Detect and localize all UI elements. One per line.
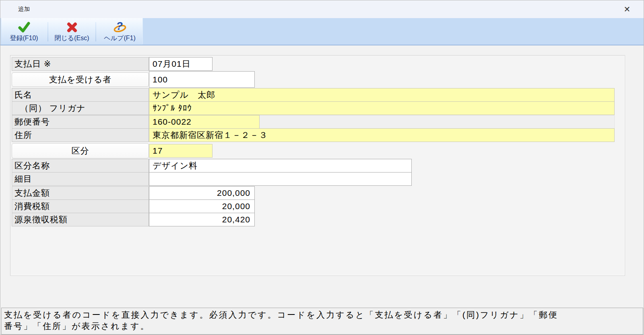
toolbar: 登録(F10) 閉じる(Esc) ? (0, 18, 644, 45)
form-row: 支払金額 200,000 (12, 186, 255, 200)
name-field[interactable]: サンプル 太郎 (149, 88, 615, 102)
address-label: 住所 (12, 128, 149, 142)
form-row: 氏名 サンプル 太郎 (12, 88, 615, 102)
address-field[interactable]: 東京都新宿区新宿１－２－３ (149, 128, 615, 142)
withholding-tax-label: 源泉徴収税額 (12, 213, 149, 226)
status-text-line-2: 番号」「住所」が表示されます。 (4, 321, 640, 332)
form-row: 細目 (12, 172, 412, 186)
register-button-label: 登録(F10) (10, 34, 38, 43)
form-row: 区分 17 (12, 143, 213, 158)
furigana-label: （同） フリガナ (12, 101, 149, 115)
red-x-icon (66, 21, 78, 33)
register-button[interactable]: 登録(F10) (1, 18, 47, 45)
postal-code-label: 郵便番号 (12, 115, 149, 129)
check-icon (18, 21, 31, 33)
category-name-label: 区分名称 (12, 159, 149, 173)
consumption-tax-label: 消費税額 (12, 199, 149, 213)
payment-amount-input[interactable]: 200,000 (149, 186, 255, 200)
name-label: 氏名 (12, 88, 149, 102)
help-button-label: ヘルプ(F1) (104, 34, 135, 43)
status-bar: 支払を受ける者のコードを直接入力できます。必須入力です。コードを入力すると「支払… (1, 308, 643, 335)
form-row: 区分名称 デザイン料 (12, 159, 412, 173)
form-row: 源泉徴収税額 20,420 (12, 213, 255, 226)
consumption-tax-input[interactable]: 20,000 (149, 199, 255, 213)
payment-date-label: 支払日 ※ (12, 57, 149, 71)
window-title: 追加 (18, 6, 30, 13)
postal-code-field[interactable]: 160-0022 (149, 115, 260, 129)
form-row: 郵便番号 160-0022 (12, 115, 615, 129)
add-dialog-window: 追加 ✕ 登録(F10) 閉じる(Esc) (0, 0, 644, 335)
form-row: 消費税額 20,000 (12, 199, 255, 213)
form-row: 支払を受ける者 100 (12, 71, 255, 88)
detail-field[interactable] (149, 172, 412, 186)
withholding-tax-input[interactable]: 20,420 (149, 213, 255, 226)
toolbar-divider (47, 22, 48, 41)
detail-label: 細目 (12, 172, 149, 186)
payment-date-input[interactable]: 07月01日 (149, 57, 213, 71)
postal-code-filler (260, 115, 615, 129)
category-code-input[interactable]: 17 (149, 144, 213, 158)
payment-amount-label: 支払金額 (12, 186, 149, 200)
close-dialog-button[interactable]: 閉じる(Esc) (49, 18, 95, 45)
payee-code-input[interactable]: 100 (149, 71, 255, 88)
status-text-line-1: 支払を受ける者のコードを直接入力できます。必須入力です。コードを入力すると「支払… (4, 309, 640, 321)
form-panel: 支払日 ※ 07月01日 支払を受ける者 100 氏名 サンプル 太郎 （同） … (10, 55, 625, 276)
toolbar-button-panel: 登録(F10) 閉じる(Esc) ? (1, 18, 143, 45)
help-question-icon: ? (113, 21, 127, 33)
form-row: 住所 東京都新宿区新宿１－２－３ (12, 128, 615, 142)
furigana-field[interactable]: ｻﾝﾌﾟﾙ ﾀﾛｳ (149, 101, 615, 115)
form-row: （同） フリガナ ｻﾝﾌﾟﾙ ﾀﾛｳ (12, 101, 615, 115)
payee-lookup-button[interactable]: 支払を受ける者 (12, 72, 149, 87)
title-bar: 追加 ✕ (0, 0, 644, 18)
category-lookup-button[interactable]: 区分 (12, 143, 149, 158)
form-row: 支払日 ※ 07月01日 (12, 57, 213, 71)
category-name-field[interactable]: デザイン料 (149, 159, 412, 173)
help-button[interactable]: ? ヘルプ(F1) (97, 18, 142, 45)
close-icon[interactable]: ✕ (621, 4, 633, 15)
toolbar-divider (95, 22, 96, 41)
close-dialog-button-label: 閉じる(Esc) (54, 34, 89, 43)
